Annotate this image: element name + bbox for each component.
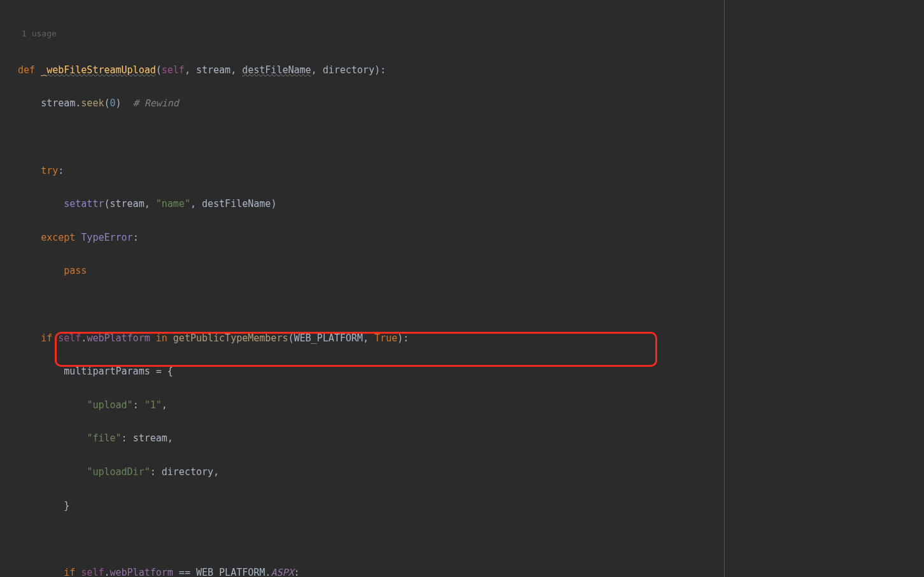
- code-line[interactable]: "file": stream,: [18, 430, 924, 446]
- code-line[interactable]: "uploadDir": directory,: [18, 464, 924, 480]
- code-line[interactable]: multipartParams = {: [18, 363, 924, 380]
- code-line[interactable]: stream.seek(0) # Rewind: [18, 95, 924, 111]
- code-line[interactable]: "upload": "1",: [18, 397, 924, 413]
- usage-hint[interactable]: 1 usage: [18, 25, 924, 42]
- code-line[interactable]: except TypeError:: [18, 229, 924, 246]
- code-line[interactable]: }: [18, 497, 924, 514]
- code-line[interactable]: setattr(stream, "name", destFileName): [18, 196, 924, 212]
- code-line[interactable]: [18, 129, 924, 145]
- code-line[interactable]: try:: [18, 162, 924, 179]
- code-line[interactable]: [18, 531, 924, 547]
- code-line[interactable]: if self.webPlatform == WEB_PLATFORM.ASPX…: [18, 564, 924, 577]
- editor-right-margin: [724, 0, 725, 577]
- code-line[interactable]: pass: [18, 262, 924, 279]
- code-line[interactable]: def _webFileStreamUpload(self, stream, d…: [18, 62, 924, 78]
- code-editor[interactable]: 1 usage def _webFileStreamUpload(self, s…: [0, 0, 924, 577]
- code-line[interactable]: [18, 296, 924, 313]
- code-line[interactable]: if self.webPlatform in getPublicTypeMemb…: [18, 330, 924, 346]
